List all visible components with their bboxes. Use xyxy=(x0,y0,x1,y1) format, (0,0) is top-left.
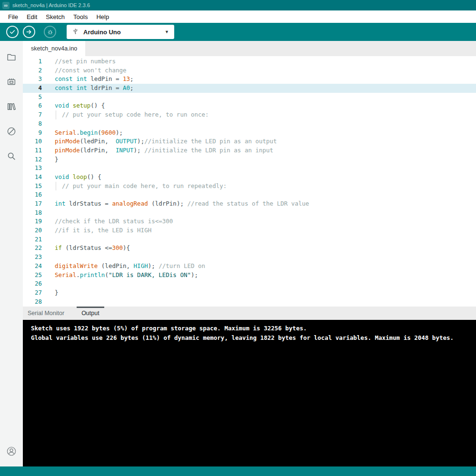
code-line[interactable]: 18 xyxy=(23,208,476,218)
code-text: //if it is, the LED is HIGH xyxy=(55,226,151,235)
board-selector[interactable]: Arduino Uno ▼ xyxy=(67,25,174,39)
line-number[interactable]: 28 xyxy=(23,298,42,307)
line-number[interactable]: 23 xyxy=(23,253,42,262)
code-line[interactable]: 25Serial.println("LDR is DARK, LEDis ON"… xyxy=(23,271,476,280)
panel-tab-output[interactable]: Output xyxy=(69,307,112,320)
line-number[interactable]: 7 xyxy=(23,110,42,119)
code-text: const int ledPin = 13; xyxy=(55,75,134,84)
code-text: Serial.begin(9600); xyxy=(55,129,123,138)
menu-file[interactable]: File xyxy=(4,13,22,20)
code-line[interactable]: 6void setup() { xyxy=(23,101,476,110)
folder-icon xyxy=(6,52,17,64)
code-line[interactable]: 12} xyxy=(23,155,476,164)
line-number[interactable]: 8 xyxy=(23,119,42,129)
code-line[interactable]: 14void loop() { xyxy=(23,173,476,182)
line-number[interactable]: 4 xyxy=(23,84,42,93)
code-text: } xyxy=(55,288,59,298)
line-number[interactable]: 26 xyxy=(23,279,42,288)
activity-sidebar xyxy=(0,41,23,466)
status-bar xyxy=(0,466,476,476)
editor-tabbar: sketch_nov4a.ino xyxy=(23,41,476,56)
title-bar: ∞ sketch_nov4a | Arduino IDE 2.3.6 xyxy=(0,0,476,10)
circle-slash-icon xyxy=(6,126,17,139)
code-line[interactable]: 8 xyxy=(23,119,476,129)
code-line[interactable]: 17int ldrStatus = analogRead (ldrPin); /… xyxy=(23,199,476,208)
code-line[interactable]: 9Serial.begin(9600); xyxy=(23,129,476,138)
line-number[interactable]: 10 xyxy=(23,137,42,146)
check-icon xyxy=(9,29,16,35)
code-line[interactable]: 11pinMode(ldrPin, INPUT); //initialize t… xyxy=(23,146,476,155)
bug-icon xyxy=(47,29,54,36)
line-number[interactable]: 6 xyxy=(23,101,42,110)
line-number[interactable]: 13 xyxy=(23,164,42,173)
code-line[interactable]: 1//set pin numbers xyxy=(23,57,476,66)
menu-help[interactable]: Help xyxy=(92,13,113,20)
code-line[interactable]: 23 xyxy=(23,253,476,262)
chevron-down-icon: ▼ xyxy=(165,30,169,34)
code-text: int ldrStatus = analogRead (ldrPin); //r… xyxy=(55,199,309,208)
output-console[interactable]: Sketch uses 1922 bytes (5%) of program s… xyxy=(23,320,476,466)
code-line[interactable]: 16 xyxy=(23,190,476,199)
line-number[interactable]: 20 xyxy=(23,226,42,235)
line-number[interactable]: 2 xyxy=(23,66,42,75)
menu-tools[interactable]: Tools xyxy=(69,13,92,20)
upload-button[interactable] xyxy=(23,26,35,38)
code-line[interactable]: 28 xyxy=(23,298,476,307)
code-line[interactable]: 19//check if the LDR status is<=300 xyxy=(23,217,476,226)
menu-edit[interactable]: Edit xyxy=(22,13,41,20)
code-text: pinMode(ledPin, OUTPUT);//initialize the… xyxy=(55,137,277,146)
code-line[interactable]: 20//if it is, the LED is HIGH xyxy=(23,226,476,235)
sidebar-item-sketchbook[interactable] xyxy=(0,46,23,70)
line-number[interactable]: 15 xyxy=(23,182,42,191)
code-line[interactable]: 22if (ldrStatus <=300){ xyxy=(23,244,476,253)
line-number[interactable]: 5 xyxy=(23,93,42,102)
code-line[interactable]: 5 xyxy=(23,93,476,102)
line-number[interactable]: 16 xyxy=(23,190,42,199)
books-icon xyxy=(6,101,17,114)
debug-button[interactable] xyxy=(44,26,56,38)
arduino-ide-window: ∞ sketch_nov4a | Arduino IDE 2.3.6 FileE… xyxy=(0,0,476,476)
line-number[interactable]: 18 xyxy=(23,208,42,218)
verify-button[interactable] xyxy=(6,26,19,38)
line-number[interactable]: 25 xyxy=(23,271,42,280)
line-number[interactable]: 14 xyxy=(23,173,42,182)
code-text: } xyxy=(55,155,59,164)
code-text: digitalWrite (ledPin, HIGH); //turn LED … xyxy=(55,262,205,271)
code-line[interactable]: 27} xyxy=(23,288,476,298)
code-line[interactable]: 4const int ldrPin = A0; xyxy=(23,84,476,93)
code-line[interactable]: 10pinMode(ledPin, OUTPUT);//initialize t… xyxy=(23,137,476,146)
code-line[interactable]: 7 // put your setup code here, to run on… xyxy=(23,110,476,119)
code-line[interactable]: 3const int ledPin = 13; xyxy=(23,75,476,84)
sidebar-item-search[interactable] xyxy=(0,145,23,169)
line-number[interactable]: 27 xyxy=(23,288,42,298)
code-line[interactable]: 26 xyxy=(23,279,476,288)
line-number[interactable]: 17 xyxy=(23,199,42,208)
editor-tab-sketch[interactable]: sketch_nov4a.ino xyxy=(23,41,85,56)
line-number[interactable]: 21 xyxy=(23,235,42,244)
line-number[interactable]: 24 xyxy=(23,262,42,271)
line-number[interactable]: 19 xyxy=(23,217,42,226)
line-number[interactable]: 11 xyxy=(23,146,42,155)
code-text: const int ldrPin = A0; xyxy=(55,84,134,93)
line-number[interactable]: 9 xyxy=(23,129,42,138)
line-number[interactable]: 3 xyxy=(23,75,42,84)
code-line[interactable]: 24digitalWrite (ledPin, HIGH); //turn LE… xyxy=(23,262,476,271)
code-line[interactable]: 2//const won't change xyxy=(23,66,476,75)
menu-sketch[interactable]: Sketch xyxy=(41,13,69,20)
sidebar-item-library-manager[interactable] xyxy=(0,95,23,120)
code-line[interactable]: 15 // put your main code here, to run re… xyxy=(23,182,476,191)
code-text: Serial.println("LDR is DARK, LEDis ON"); xyxy=(55,271,198,280)
code-text: //check if the LDR status is<=300 xyxy=(55,217,173,226)
line-number[interactable]: 1 xyxy=(23,57,42,66)
code-line[interactable]: 13 xyxy=(23,164,476,173)
code-text: void loop() { xyxy=(55,173,101,182)
code-line[interactable]: 21 xyxy=(23,235,476,244)
line-number[interactable]: 22 xyxy=(23,244,42,253)
sidebar-item-debug[interactable] xyxy=(0,120,23,145)
usb-icon xyxy=(72,28,79,37)
code-editor[interactable]: 1//set pin numbers2//const won't change3… xyxy=(23,56,476,307)
line-number[interactable]: 12 xyxy=(23,155,42,164)
sidebar-item-account[interactable] xyxy=(0,442,23,463)
sidebar-item-boards-manager[interactable] xyxy=(0,70,23,95)
panel-tab-serial-monitor[interactable]: Serial Monitor xyxy=(23,307,69,320)
